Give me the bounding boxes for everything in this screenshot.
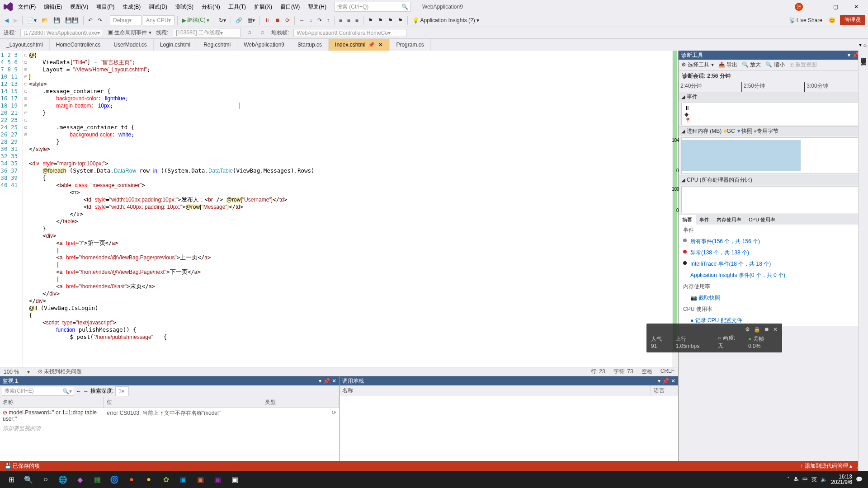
events-appinsights-link[interactable]: Application Insights 事件(0 个，共 0 个) — [679, 270, 868, 281]
tab-usermodel[interactable]: UserModel.cs — [107, 39, 153, 51]
tab-dropdown-icon[interactable]: ▾ — [859, 42, 862, 48]
restart-icon[interactable]: ↻▾ — [217, 16, 228, 25]
folding-margin[interactable]: ⊟ ⊟ ⊟ ⊟ ⊟ ⊟ ⊟ ⊟ ⊟ ⊟ ⊟ ⊟ — [23, 51, 29, 367]
menu-project[interactable]: 项目(P) — [93, 1, 118, 13]
ime-zh[interactable]: 中 — [802, 476, 808, 483]
menu-analyze[interactable]: 分析(N) — [198, 1, 224, 13]
app-icon[interactable]: ● — [123, 471, 140, 488]
issues-indicator[interactable]: ⊘ 未找到相关问题 — [38, 368, 82, 375]
memory-track-header[interactable]: ◢ 进程内存 (MB) ■GC ▼快照 ●专用字节 — [679, 127, 868, 136]
stop-icon[interactable]: ⏹ — [273, 16, 282, 25]
events-intellitrace-link[interactable]: IntelliTrace 事件(18 个，共 18 个) — [679, 258, 868, 270]
export-button[interactable]: 📤 导出 — [718, 61, 737, 69]
tray-chevron-icon[interactable]: ˄ — [787, 476, 790, 483]
events-track[interactable]: ⏸ ◆ 📍 — [681, 103, 865, 125]
indent-mode[interactable]: 空格 — [642, 368, 652, 375]
timeline-ruler[interactable]: 2:40分钟 2:50分钟 3:00分钟 — [679, 82, 868, 92]
callstack-grid[interactable]: 名称 语言 — [340, 385, 679, 461]
bookmark-prev-icon[interactable]: ⚑ — [376, 16, 385, 25]
panel-close-icon[interactable]: ✕ — [671, 378, 675, 384]
cpu-chart[interactable]: 100 100 0 0 — [681, 186, 865, 213]
platform-combo[interactable]: Any CPU ▾ — [143, 15, 175, 25]
config-combo[interactable]: Debug ▾ — [110, 15, 142, 25]
tab-memory[interactable]: 内存使用率 — [713, 215, 745, 225]
zoom-in-button[interactable]: 🔍 放大 — [742, 61, 761, 69]
tab-home-icon[interactable]: ⌂ — [863, 42, 867, 48]
tray-volume-icon[interactable]: 🔈 — [821, 476, 827, 483]
overlay-lock-icon[interactable]: 🔒 — [754, 326, 760, 333]
tab-login[interactable]: Login.cshtml — [154, 39, 197, 51]
panel-dropdown-icon[interactable]: ▾ — [319, 378, 321, 384]
bookmark-icon[interactable]: ⚑ — [366, 16, 375, 25]
thread-combo[interactable]: [103680] 工作线程 ▾ — [173, 28, 241, 38]
ime-en[interactable]: 英 — [811, 476, 817, 483]
menu-test[interactable]: 测试(S) — [172, 1, 197, 13]
col-type[interactable]: 类型 — [262, 397, 339, 408]
select-tools-button[interactable]: ⚙ 选择工具 ▾ — [681, 61, 714, 69]
panel-pin-icon[interactable]: 📌 — [323, 378, 330, 384]
zoom-level[interactable]: 100 % — [4, 369, 19, 375]
feedback-icon[interactable]: 😊 — [827, 16, 837, 25]
depth-combo[interactable]: 3 ▾ — [115, 386, 129, 396]
overlay-close-icon[interactable]: ✕ — [773, 326, 778, 333]
pin-icon[interactable]: 📌 — [368, 42, 375, 48]
menu-help[interactable]: 帮助(H) — [304, 1, 330, 13]
close-tab-icon[interactable]: ✕ — [378, 42, 383, 48]
action-center-icon[interactable]: 💬 — [856, 476, 863, 483]
add-to-source-control[interactable]: ↑ 添加到源代码管理 ▴ — [800, 462, 852, 470]
stackframe-combo[interactable]: WebApplication9.Controllers.HomeCo ▾ — [293, 29, 406, 37]
cpu-track-header[interactable]: ◢ CPU (所有处理器的百分比) — [679, 175, 868, 185]
edge-icon[interactable]: 🌀 — [106, 471, 123, 488]
zoom-out-button[interactable]: 🔍 缩小 — [765, 61, 784, 69]
nav-back-icon[interactable]: ◀ — [3, 16, 10, 25]
take-snapshot-link[interactable]: 📷 截取快照 — [679, 292, 868, 304]
tab-cpu[interactable]: CPU 使用率 — [745, 215, 779, 225]
app-icon[interactable]: ▣ — [175, 471, 192, 488]
app-icon[interactable]: ● — [140, 471, 157, 488]
tab-events[interactable]: 事件 — [696, 215, 713, 225]
tab-summary[interactable]: 摘要 — [679, 215, 696, 225]
tab-homecontroller[interactable]: HomeController.cs — [50, 39, 108, 51]
step-over-icon[interactable]: ↷ — [316, 16, 324, 25]
vs-icon[interactable]: ◆ — [71, 471, 89, 488]
bookmark-clear-icon[interactable]: ⚑ — [396, 16, 405, 25]
menu-build[interactable]: 生成(B) — [119, 1, 144, 13]
search-fwd-icon[interactable]: → — [83, 388, 89, 394]
thread-id-icon[interactable]: ⚐ — [258, 28, 267, 38]
app-icon[interactable]: ▣ — [209, 471, 226, 488]
doc-outline-icon[interactable]: ▦▾ — [245, 16, 257, 25]
new-item-icon[interactable]: 📄▾ — [25, 16, 38, 25]
system-tray[interactable]: ˄ 🖧 中 英 🔈 16:13 2021/9/6 💬 — [787, 474, 865, 485]
app-icon[interactable]: ▣ — [192, 471, 209, 488]
thread-flag-icon[interactable]: ⚐ — [245, 28, 254, 38]
save-icon[interactable]: 💾 — [52, 16, 62, 25]
app-icon[interactable]: ▣ — [226, 471, 243, 488]
redo-icon[interactable]: ↷ — [96, 16, 104, 25]
step-out-icon[interactable]: ↑ — [325, 16, 331, 25]
menu-window[interactable]: 窗口(W) — [277, 1, 303, 13]
watch-grid[interactable]: 名称 值 类型 ⊘ model.Password='' or 1=1;drop … — [0, 397, 339, 461]
overlay-record-icon[interactable]: ⏺ — [764, 326, 769, 333]
events-exceptions-link[interactable]: 异常(138 个，共 138 个) — [679, 247, 868, 258]
tab-index-active[interactable]: Index.cshtml📌✕ — [329, 39, 390, 51]
nav-fwd-icon[interactable]: ▶ — [12, 16, 19, 25]
indent-less-icon[interactable]: ≡ — [337, 16, 344, 25]
pause-icon[interactable]: ⏸ — [263, 16, 272, 25]
menu-file[interactable]: 文件(F) — [14, 1, 39, 13]
bookmark-next-icon[interactable]: ⚑ — [386, 16, 395, 25]
browser-link-icon[interactable]: 🔗 — [234, 16, 244, 25]
minimize-button[interactable]: ─ — [806, 0, 824, 13]
refresh-icon[interactable]: ⟳ — [262, 408, 339, 423]
lifecycle-label[interactable]: ▣ 生命周期事件 ▾ — [108, 29, 151, 37]
undo-icon[interactable]: ↶ — [86, 16, 94, 25]
col-value[interactable]: 值 — [104, 397, 262, 408]
app-icon[interactable]: ✿ — [157, 471, 175, 488]
code-editor[interactable]: 1 2 3 4 5 6 7 8 9 10 11 12 13 14 15 16 1… — [0, 51, 678, 367]
open-icon[interactable]: 📂 — [40, 16, 50, 25]
watch-row-name[interactable]: model.Password='' or 1=1;drop table user… — [3, 409, 97, 422]
watch-search-input[interactable]: 搜索(Ctrl+E)🔍▾ — [2, 387, 74, 396]
tab-layout[interactable]: _Layout.cshtml — [0, 39, 50, 51]
tab-startup[interactable]: Startup.cs — [291, 39, 329, 51]
add-watch-hint[interactable]: 添加要监视的项 — [0, 423, 43, 434]
col-name[interactable]: 名称 — [0, 397, 104, 408]
